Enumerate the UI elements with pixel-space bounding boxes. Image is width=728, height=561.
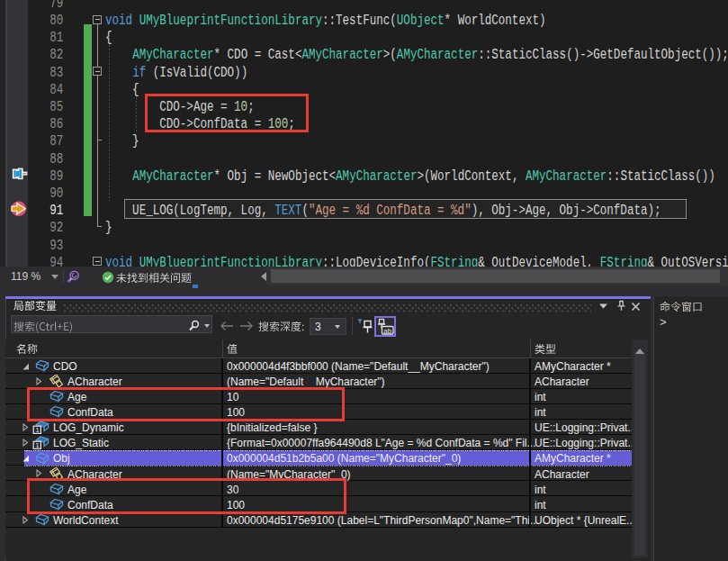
svg-text:ab: ab	[383, 327, 391, 335]
svg-text:1: 1	[35, 426, 39, 434]
svg-text:1: 1	[35, 441, 39, 449]
